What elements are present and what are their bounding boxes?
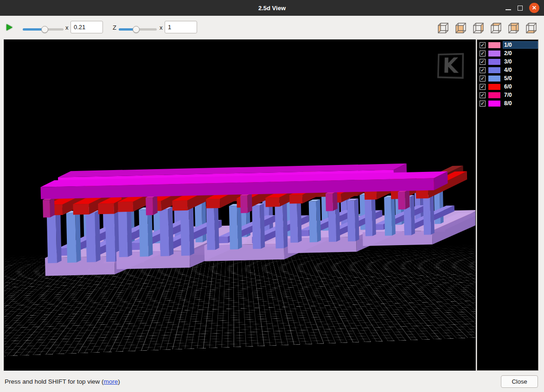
layer-row-3-0[interactable]: ✓ 3/0 bbox=[477, 57, 538, 66]
layer-row-2-0[interactable]: ✓ 2/0 bbox=[477, 49, 538, 57]
layer-label-cell[interactable]: 7/0 bbox=[503, 91, 538, 99]
layer-checkbox[interactable]: ✓ bbox=[480, 92, 486, 98]
klayout-logo: K bbox=[437, 53, 464, 79]
view-left-button[interactable] bbox=[436, 21, 450, 35]
layer-label-cell[interactable]: 5/0 bbox=[503, 75, 538, 82]
layer-list: ✓ 1/0 ✓ 2/0 ✓ 3/0 ✓ 4/0 ✓ bbox=[477, 39, 538, 371]
layer-row-5-0[interactable]: ✓ 5/0 bbox=[477, 74, 538, 82]
status-hint: Press and hold SHIFT for top view (more) bbox=[5, 378, 120, 385]
layer-checkbox[interactable]: ✓ bbox=[480, 51, 486, 57]
layer-color-swatch[interactable] bbox=[488, 67, 500, 73]
z-value-input[interactable] bbox=[165, 21, 197, 33]
layer-label: 3/0 bbox=[504, 58, 512, 65]
layer-checkbox[interactable]: ✓ bbox=[480, 59, 486, 65]
minimize-button[interactable] bbox=[506, 5, 511, 11]
z-slider[interactable] bbox=[119, 26, 157, 33]
window-controls: ✕ bbox=[506, 0, 539, 16]
layer-checkbox[interactable]: ✓ bbox=[480, 76, 486, 82]
scale-mult-label: x bbox=[65, 24, 69, 31]
klayout-logo-letter: K bbox=[442, 56, 458, 76]
title-bar: 2.5d View ✕ bbox=[0, 0, 544, 16]
cube-right-icon bbox=[472, 21, 485, 35]
cube-back-icon bbox=[507, 21, 520, 35]
toolbar: x Z x bbox=[0, 16, 544, 39]
layer-color-swatch[interactable] bbox=[488, 76, 500, 82]
layer-label-cell[interactable]: 2/0 bbox=[503, 50, 538, 57]
z-label: Z bbox=[113, 24, 116, 31]
cube-front-icon bbox=[454, 21, 467, 35]
cube-bottom-icon bbox=[525, 21, 538, 35]
cube-top-icon bbox=[489, 21, 503, 35]
window-title: 2.5d View bbox=[258, 5, 286, 12]
layer-checkbox[interactable]: ✓ bbox=[480, 42, 486, 48]
close-window-button[interactable]: ✕ bbox=[529, 3, 539, 13]
z-slider-handle[interactable] bbox=[133, 26, 140, 33]
layer-label-cell[interactable]: 1/0 bbox=[503, 41, 538, 49]
layer-checkbox[interactable]: ✓ bbox=[480, 67, 486, 73]
hint-text-after: ) bbox=[118, 378, 120, 385]
status-bar: Press and hold SHIFT for top view (more)… bbox=[0, 371, 544, 392]
layer-color-swatch[interactable] bbox=[488, 59, 500, 65]
layer-label: 8/0 bbox=[504, 100, 512, 107]
view-orientation-buttons bbox=[436, 21, 538, 35]
cube-left-icon bbox=[436, 21, 450, 35]
play-icon[interactable] bbox=[6, 24, 13, 31]
layer-label: 6/0 bbox=[504, 83, 512, 90]
view-right-button[interactable] bbox=[471, 21, 485, 35]
layer-row-1-0[interactable]: ✓ 1/0 bbox=[477, 41, 538, 49]
layer-row-7-0[interactable]: ✓ 7/0 bbox=[477, 91, 538, 99]
view-bottom-button[interactable] bbox=[524, 21, 538, 35]
chip-3d-scene bbox=[4, 40, 476, 371]
hint-text-before: Press and hold SHIFT for top view ( bbox=[5, 378, 104, 385]
z-mult-label: x bbox=[160, 24, 163, 31]
close-icon: ✕ bbox=[532, 5, 537, 11]
layer-color-swatch[interactable] bbox=[488, 84, 500, 90]
layer-color-swatch[interactable] bbox=[488, 42, 500, 48]
scale-value-input[interactable] bbox=[70, 21, 103, 33]
layer-color-swatch[interactable] bbox=[488, 51, 500, 57]
main-content: K ✓ 1/0 ✓ 2/0 ✓ 3/0 ✓ 4/0 bbox=[0, 39, 544, 371]
layer-label-cell[interactable]: 4/0 bbox=[503, 66, 538, 74]
layer-color-swatch[interactable] bbox=[488, 101, 500, 107]
layer-color-swatch[interactable] bbox=[488, 92, 500, 98]
scale-slider-handle[interactable] bbox=[41, 26, 48, 33]
layer-row-8-0[interactable]: ✓ 8/0 bbox=[477, 99, 538, 107]
layer-label: 5/0 bbox=[504, 75, 512, 82]
3d-viewport[interactable]: K bbox=[4, 39, 476, 371]
layer-label-cell[interactable]: 3/0 bbox=[503, 58, 538, 65]
maximize-button[interactable] bbox=[518, 6, 523, 11]
layer-checkbox[interactable]: ✓ bbox=[480, 101, 486, 107]
layer-label-cell[interactable]: 6/0 bbox=[503, 83, 538, 90]
view-front-button[interactable] bbox=[454, 21, 467, 35]
layer-label-cell[interactable]: 8/0 bbox=[503, 100, 538, 107]
layer-checkbox[interactable]: ✓ bbox=[480, 84, 486, 90]
view-back-button[interactable] bbox=[506, 21, 520, 35]
scale-slider[interactable] bbox=[23, 26, 64, 33]
layer-row-6-0[interactable]: ✓ 6/0 bbox=[477, 82, 538, 91]
layer-label: 4/0 bbox=[504, 67, 512, 73]
layer-label: 1/0 bbox=[504, 42, 512, 48]
view-top-button[interactable] bbox=[489, 21, 503, 35]
more-link[interactable]: more bbox=[104, 378, 118, 385]
layer-label: 7/0 bbox=[504, 92, 512, 98]
close-dialog-button[interactable]: Close bbox=[501, 375, 538, 388]
layer-row-4-0[interactable]: ✓ 4/0 bbox=[477, 66, 538, 74]
layer-label: 2/0 bbox=[504, 50, 512, 57]
